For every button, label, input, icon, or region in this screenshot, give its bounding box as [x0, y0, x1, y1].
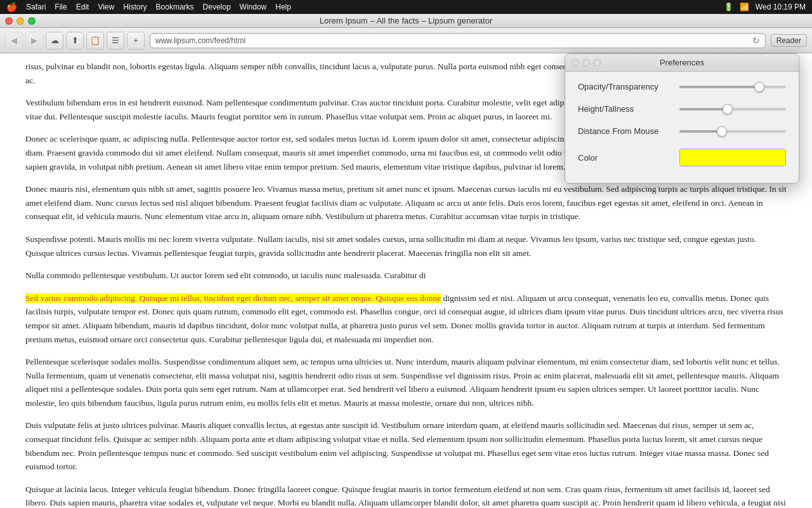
preferences-title: Preferences	[660, 58, 704, 67]
paragraph-8: Pellentesque scelerisque sodales mollis.…	[25, 355, 787, 410]
menu-develop[interactable]: Develop	[203, 3, 231, 11]
highlighted-text: Sed varius commodo adipiscing. Quisque m…	[25, 293, 441, 303]
paragraph-6: Nulla commodo pellentesque vestibulum. U…	[25, 269, 787, 283]
menu-history[interactable]: History	[123, 3, 147, 11]
distance-slider[interactable]	[679, 130, 786, 133]
window-title: Lorem Ipsum – All the facts – Lipsum gen…	[320, 16, 492, 25]
height-row: Height/Tallness	[578, 104, 786, 114]
menu-view[interactable]: View	[98, 3, 114, 11]
color-swatch[interactable]	[679, 149, 786, 166]
menu-edit[interactable]: Edit	[76, 3, 89, 11]
opacity-row: Opacity/Transparency	[578, 82, 786, 91]
bookmarks-button[interactable]: 📋	[86, 32, 104, 50]
main-area: risus, pulvinar eu blandit non, lobortis…	[0, 53, 812, 508]
menu-file[interactable]: File	[55, 3, 67, 11]
color-label: Color	[578, 153, 679, 163]
menu-safari[interactable]: Safari	[26, 3, 46, 11]
browser-toolbar: ◀ ▶ ☁ ⬆ 📋 ☰ + www.lipsum.com/feed/html ↻…	[0, 28, 812, 53]
preferences-body: Opacity/Transparency Height/Tallness Dis…	[565, 72, 799, 183]
pref-traffic-lights	[572, 59, 601, 67]
wifi-icon: 📶	[740, 3, 749, 11]
height-slider[interactable]	[679, 108, 786, 110]
pref-maximize-button[interactable]	[593, 59, 601, 67]
height-label: Height/Tallness	[578, 104, 679, 114]
traffic-lights	[5, 17, 36, 25]
window-title-bar: Lorem Ipsum – All the facts – Lipsum gen…	[0, 14, 812, 28]
color-row: Color	[578, 149, 786, 166]
maximize-button[interactable]	[28, 17, 36, 25]
menu-help[interactable]: Help	[275, 3, 291, 11]
paragraph-10: Quisque at lacinia lacus. Integer vehicu…	[25, 483, 787, 508]
paragraph-5: Suspendisse potenti. Mauris mollis mi ne…	[25, 232, 787, 260]
show-sidebar-button[interactable]: ☁	[46, 32, 63, 50]
paragraph-9: Duis vulputate felis at justo ultrices p…	[25, 418, 787, 473]
address-bar[interactable]: www.lipsum.com/feed/html ↻	[150, 33, 766, 48]
reading-list-button[interactable]: ☰	[107, 32, 124, 50]
system-menu-bar: 🍎 Safari File Edit View History Bookmark…	[0, 0, 812, 14]
share-button[interactable]: ⬆	[66, 32, 84, 50]
close-button[interactable]	[5, 17, 13, 25]
paragraph-4: Donec mauris nisi, elementum quis nibh s…	[25, 182, 787, 224]
back-button[interactable]: ◀	[5, 32, 23, 50]
address-text: www.lipsum.com/feed/html	[155, 36, 752, 45]
add-button[interactable]: +	[127, 32, 145, 50]
opacity-label: Opacity/Transparency	[578, 82, 679, 91]
pref-close-button[interactable]	[572, 59, 579, 67]
distance-row: Distance From Mouse	[578, 126, 786, 136]
paragraph-highlighted: Sed varius commodo adipiscing. Quisque m…	[25, 291, 787, 346]
pref-minimize-button[interactable]	[582, 59, 590, 67]
forward-button[interactable]: ▶	[25, 32, 43, 50]
minimize-button[interactable]	[16, 17, 24, 25]
opacity-slider[interactable]	[679, 86, 786, 88]
preferences-panel: Preferences Opacity/Transparency Height/…	[565, 53, 799, 184]
preferences-title-bar: Preferences	[565, 54, 799, 72]
distance-label: Distance From Mouse	[578, 126, 679, 136]
menu-window[interactable]: Window	[240, 3, 267, 11]
clock: Wed 10:19 PM	[756, 3, 806, 11]
battery-icon: 🔋	[724, 3, 733, 11]
reader-button[interactable]: Reader	[771, 34, 807, 47]
reload-button[interactable]: ↻	[752, 36, 760, 46]
apple-menu[interactable]: 🍎	[6, 2, 17, 12]
menu-bookmarks[interactable]: Bookmarks	[156, 3, 194, 11]
